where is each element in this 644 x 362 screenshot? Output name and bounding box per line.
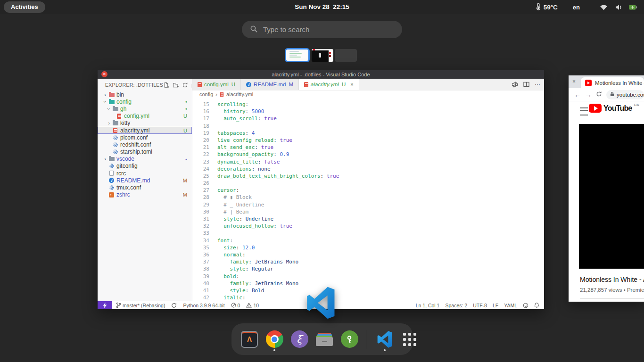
code-line-24[interactable]: 24decorations: none — [192, 165, 544, 173]
tree-item-rcrc[interactable]: rcrc — [98, 170, 192, 177]
tab-readme-md[interactable]: iREADME.mdM — [241, 79, 299, 90]
status-bell-icon[interactable] — [534, 302, 539, 308]
remote-indicator[interactable] — [98, 301, 112, 309]
code-line-16[interactable]: 16 history: 5000 — [192, 108, 544, 115]
tree-item-kitty[interactable]: ›kitty — [98, 120, 192, 127]
dock-keepassxc-button[interactable] — [340, 327, 359, 352]
code-line-42[interactable]: 42 italic: — [192, 294, 544, 301]
browser-tab[interactable]: Motionless In White - — [581, 77, 644, 88]
tree-item-readme-md[interactable]: iREADME.mdM — [98, 177, 192, 184]
code-line-23[interactable]: 23dynamic_title: false — [192, 158, 544, 165]
new-folder-icon[interactable] — [173, 82, 179, 88]
status-spaces-2[interactable]: Spaces: 2 — [445, 303, 467, 308]
back-button[interactable]: ← — [574, 91, 581, 98]
code-line-35[interactable]: 35 size: 12.0 — [192, 244, 544, 251]
code-line-18[interactable]: 18 — [192, 123, 544, 130]
code-line-19[interactable]: 19tabspaces: 4 — [192, 130, 544, 137]
status-yaml[interactable]: YAML — [504, 303, 517, 308]
code-line-21[interactable]: 21alt_send_esc: true — [192, 144, 544, 151]
search-input[interactable]: Type to search — [242, 21, 402, 38]
forward-button[interactable]: → — [585, 91, 592, 98]
code-line-41[interactable]: 41 style: Bold — [192, 287, 544, 294]
code-line-27[interactable]: 27cursor: — [192, 187, 544, 194]
keyboard-layout-indicator[interactable]: en — [573, 4, 580, 11]
code-line-37[interactable]: 37 family: JetBrains Mono — [192, 258, 544, 265]
tree-item-redshift-conf[interactable]: redshift.conf — [98, 141, 192, 148]
code-line-22[interactable]: 22background_opacity: 0.9 — [192, 151, 544, 158]
window-close-button[interactable]: × — [101, 71, 107, 77]
editor-code-area[interactable]: 15scrolling:16 history: 500017 auto_scro… — [192, 98, 544, 301]
video-player[interactable] — [579, 124, 644, 269]
battery-charging-icon[interactable] — [629, 5, 637, 10]
reload-button[interactable] — [596, 91, 602, 98]
open-changes-icon[interactable] — [512, 82, 518, 88]
status-python-3-9-9-64-bit[interactable]: Python 3.9.9 64-bit — [183, 303, 224, 308]
dock-alacritty-button[interactable]: Λ — [240, 327, 259, 352]
clock[interactable]: Sun Nov 28 22:15 — [295, 0, 349, 14]
vscode-window[interactable]: × alacritty.yml - .dotfiles - Visual Stu… — [98, 70, 544, 309]
dock-files-button[interactable] — [315, 327, 334, 352]
code-line-17[interactable]: 17 auto_scroll: true — [192, 115, 544, 122]
code-line-39[interactable]: 39 bold: — [192, 273, 544, 280]
breadcrumb[interactable]: config › alacritty.yml — [192, 90, 544, 98]
breadcrumb-file[interactable]: alacritty.yml — [226, 91, 253, 97]
address-bar[interactable]: youtube.com/wa — [606, 90, 644, 99]
dock-chrome-button[interactable] — [265, 327, 284, 352]
status-sync-icon[interactable] — [171, 303, 177, 308]
workspace-thumbnail-2[interactable] — [312, 49, 333, 62]
code-line-15[interactable]: 15scrolling: — [192, 101, 544, 108]
status-warning-icon[interactable]: 10 — [246, 303, 259, 308]
status-git-branch-icon[interactable]: master* (Rebasing) — [116, 302, 165, 308]
more-icon[interactable]: ··· — [535, 81, 540, 88]
tab-close-icon[interactable]: × — [350, 82, 353, 87]
menu-icon[interactable] — [580, 107, 588, 115]
tree-item-vscode[interactable]: ›vscode● — [98, 156, 192, 163]
code-line-25[interactable]: 25draw_bold_text_with_bright_colors: tru… — [192, 173, 544, 180]
breadcrumb-folder[interactable]: config — [199, 91, 213, 97]
tree-item-config[interactable]: ›config● — [98, 98, 192, 105]
tree-item-gh[interactable]: ›gh● — [98, 105, 192, 112]
code-line-29[interactable]: 29 # _ Underline — [192, 201, 544, 208]
dock-vscode-button[interactable] — [375, 327, 394, 352]
tab-config-yml[interactable]: config.ymlU — [192, 79, 241, 90]
code-line-32[interactable]: 32 unfocused_hollow: true — [192, 222, 544, 230]
status-ln-1-col-1[interactable]: Ln 1, Col 1 — [416, 303, 440, 308]
activities-button[interactable]: Activities — [4, 1, 45, 13]
code-line-34[interactable]: 34font: — [192, 237, 544, 244]
tree-item-alacritty-yml[interactable]: alacritty.ymlU — [98, 127, 192, 134]
refresh-icon[interactable] — [182, 82, 188, 88]
code-line-20[interactable]: 20live_config_reload: true — [192, 137, 544, 144]
status-error-icon[interactable]: 0 — [231, 303, 240, 308]
volume-icon[interactable] — [615, 4, 623, 10]
tree-item-starship-toml[interactable]: starship.toml — [98, 148, 192, 156]
code-line-26[interactable]: 26 — [192, 180, 544, 187]
new-file-icon[interactable] — [163, 82, 169, 88]
code-line-30[interactable]: 30 # | Beam — [192, 208, 544, 215]
status-feedback-icon[interactable] — [523, 303, 528, 308]
workspace-thumbnail-1[interactable] — [285, 48, 310, 62]
tree-item-picom-conf[interactable]: picom.conf — [98, 134, 192, 141]
tree-item-tmux-conf[interactable]: tmux.conf — [98, 184, 192, 191]
system-status-area[interactable]: 59°C en — [536, 0, 644, 14]
code-line-31[interactable]: 31 style: Underline — [192, 215, 544, 222]
dock-app-grid-button[interactable] — [400, 327, 419, 352]
tree-item-config-yml[interactable]: config.ymlU — [98, 113, 192, 120]
code-line-28[interactable]: 28 # ▮ Block — [192, 194, 544, 201]
code-line-36[interactable]: 36 normal: — [192, 251, 544, 258]
wifi-icon[interactable] — [600, 4, 608, 10]
tree-item-zshrc[interactable]: >_zshrcM — [98, 191, 192, 198]
workspace-thumbnail-3[interactable] — [335, 49, 357, 62]
status-lf[interactable]: LF — [493, 303, 498, 308]
tree-item-bin[interactable]: ›bin — [98, 91, 192, 98]
tree-item-gitconfig[interactable]: gitconfig — [98, 163, 192, 170]
status-utf-8[interactable]: UTF-8 — [473, 303, 487, 308]
split-editor-icon[interactable] — [523, 82, 529, 87]
code-line-33[interactable]: 33 — [192, 230, 544, 237]
code-line-40[interactable]: 40 family: JetBrains Mono — [192, 280, 544, 287]
tab-alacritty-yml[interactable]: alacritty.ymlU× — [299, 79, 359, 90]
dock-emacs-button[interactable]: ξ — [290, 327, 309, 352]
chrome-window[interactable]: × Motionless In White - ← → youtube.com/… — [569, 75, 644, 302]
code-line-38[interactable]: 38 style: Regular — [192, 265, 544, 272]
window-close-button[interactable]: × — [572, 78, 576, 85]
youtube-logo[interactable]: YouTube UA — [589, 104, 639, 113]
